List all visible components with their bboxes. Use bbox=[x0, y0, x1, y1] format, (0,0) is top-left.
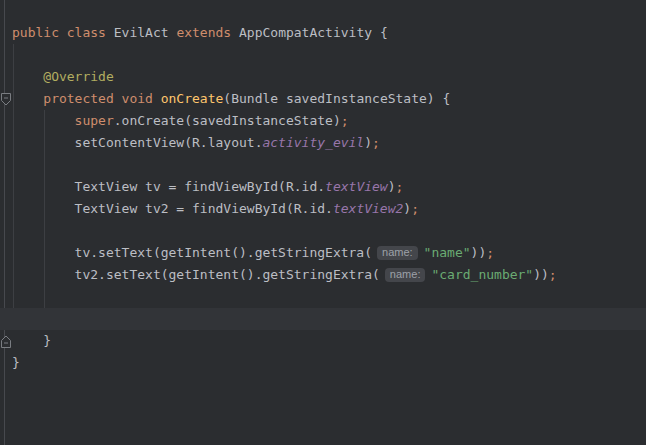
code-line[interactable]: protected void onCreate(Bundle savedInst… bbox=[0, 88, 646, 110]
code-token-txt: )) bbox=[533, 267, 549, 282]
code-line-current[interactable] bbox=[0, 308, 646, 330]
code-token-kw: public class bbox=[12, 25, 114, 40]
code-line[interactable]: tv.setText(getIntent().getStringExtra(na… bbox=[0, 242, 646, 264]
code-token-txt: .onCreate(savedInstanceState) bbox=[114, 113, 341, 128]
code-token-fld: textView bbox=[325, 179, 388, 194]
code-token-txt: )) bbox=[471, 245, 487, 260]
code-line[interactable]: @Override bbox=[0, 66, 646, 88]
code-token-ann: @Override bbox=[12, 69, 114, 84]
code-token-kw: super bbox=[12, 113, 114, 128]
code-token-semi: ; bbox=[486, 245, 494, 260]
code-token-mth: onCreate bbox=[161, 91, 224, 106]
code-token-txt: EvilAct bbox=[114, 25, 177, 40]
code-line[interactable] bbox=[0, 286, 646, 308]
code-token-semi: ; bbox=[396, 179, 404, 194]
code-token-semi: ; bbox=[341, 113, 349, 128]
code-token-kw: protected void bbox=[12, 91, 161, 106]
code-line[interactable] bbox=[0, 44, 646, 66]
code-token-str: "card_number" bbox=[431, 267, 533, 282]
code-token-str: "name" bbox=[424, 245, 471, 260]
code-token-txt: setContentView(R.layout. bbox=[12, 135, 262, 150]
code-token-txt: ) bbox=[403, 201, 411, 216]
code-line[interactable] bbox=[0, 154, 646, 176]
code-token-txt: TextView tv = findViewById(R.id. bbox=[12, 179, 325, 194]
code-token-txt: ) bbox=[364, 135, 372, 150]
code-line[interactable]: } bbox=[0, 352, 646, 374]
code-token-txt: (Bundle savedInstanceState) { bbox=[223, 91, 450, 106]
code-line[interactable]: tv2.setText(getIntent().getStringExtra(n… bbox=[0, 264, 646, 286]
code-token-txt: tv.setText(getIntent().getStringExtra( bbox=[12, 245, 372, 260]
code-line[interactable]: TextView tv2 = findViewById(R.id.textVie… bbox=[0, 198, 646, 220]
code-editor: public class EvilAct extends AppCompatAc… bbox=[0, 0, 646, 445]
code-token-txt: tv2.setText(getIntent().getStringExtra( bbox=[12, 267, 380, 282]
code-line[interactable] bbox=[0, 220, 646, 242]
code-token-txt: AppCompatActivity { bbox=[239, 25, 388, 40]
code-token-fld: textView2 bbox=[333, 201, 403, 216]
code-token-kw: extends bbox=[176, 25, 239, 40]
code-token-txt: } bbox=[12, 355, 20, 370]
code-token-txt: TextView tv2 = findViewById(R.id. bbox=[12, 201, 333, 216]
code-line[interactable]: setContentView(R.layout.activity_evil); bbox=[0, 132, 646, 154]
code-line[interactable]: TextView tv = findViewById(R.id.textView… bbox=[0, 176, 646, 198]
code-line[interactable]: } bbox=[0, 330, 646, 352]
fold-collapse-marker-icon[interactable] bbox=[0, 92, 13, 107]
code-token-semi: ; bbox=[411, 201, 419, 216]
code-token-semi: ; bbox=[372, 135, 380, 150]
code-token-fld: activity_evil bbox=[262, 135, 364, 150]
parameter-name-hint-chip[interactable]: name: bbox=[385, 268, 426, 282]
fold-expand-marker-icon[interactable] bbox=[0, 334, 13, 349]
code-line[interactable]: super.onCreate(savedInstanceState); bbox=[0, 110, 646, 132]
code-token-txt: } bbox=[12, 333, 51, 348]
parameter-name-hint-chip[interactable]: name: bbox=[377, 246, 418, 260]
code-token-txt: ) bbox=[388, 179, 396, 194]
code-line[interactable]: public class EvilAct extends AppCompatAc… bbox=[0, 22, 646, 44]
code-area[interactable]: public class EvilAct extends AppCompatAc… bbox=[0, 22, 646, 374]
code-token-semi: ; bbox=[549, 267, 557, 282]
